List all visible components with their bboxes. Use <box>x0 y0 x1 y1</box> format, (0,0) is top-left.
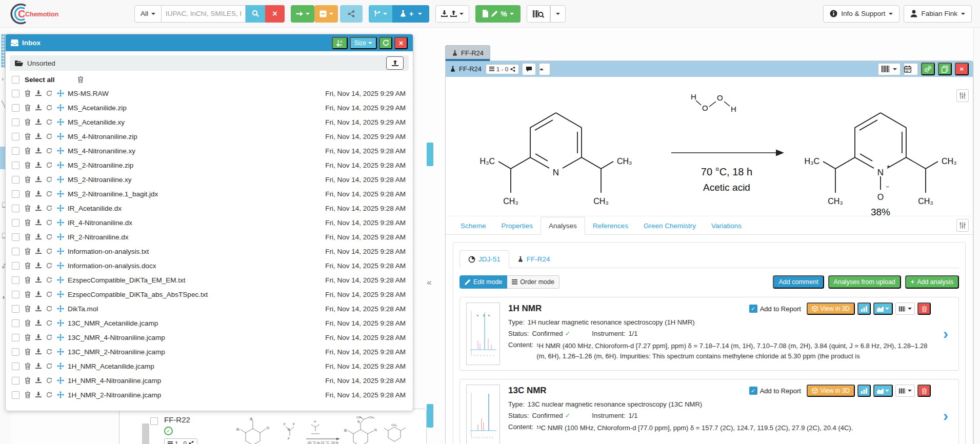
chemotion-logo[interactable]: C Chemotion <box>8 2 134 26</box>
unsorted-folder-row[interactable]: Unsorted <box>10 55 409 71</box>
delete-analysis-button[interactable] <box>917 385 931 397</box>
trash-icon[interactable] <box>25 348 31 355</box>
tab-properties[interactable]: Properties <box>494 217 541 234</box>
trash-icon[interactable] <box>25 90 31 97</box>
file-name[interactable]: MS_Acetanilide.xy <box>68 118 325 126</box>
file-checkbox[interactable] <box>12 118 19 126</box>
trash-icon[interactable] <box>25 248 31 255</box>
trash-icon[interactable] <box>25 118 31 126</box>
folder-upload-button[interactable] <box>386 56 404 70</box>
delete-selected-icon[interactable] <box>77 76 84 83</box>
file-name[interactable]: IR_4-Nitronaniline.dx <box>68 219 325 227</box>
scan-tasks-dropdown-button[interactable] <box>369 5 392 23</box>
download-icon[interactable] <box>35 263 42 269</box>
file-checkbox[interactable] <box>12 276 19 284</box>
move-icon[interactable] <box>57 104 64 111</box>
download-icon[interactable] <box>35 291 42 297</box>
download-icon[interactable] <box>35 277 42 283</box>
add-analysis-button[interactable]: +Add analysis <box>905 275 959 289</box>
file-name[interactable]: DikTa.mol <box>68 305 325 313</box>
move-icon[interactable] <box>57 205 64 212</box>
file-checkbox[interactable] <box>12 248 19 255</box>
convert-icon[interactable] <box>46 105 52 111</box>
file-name[interactable]: 13C_NMR_2-Nitroaniline.jcamp <box>68 348 325 356</box>
trash-icon[interactable] <box>25 190 31 197</box>
comment-button[interactable] <box>522 63 536 75</box>
analysis-card-13c-nmr[interactable]: 13C NMR ✓ Add to Report View in 3D <box>459 379 959 444</box>
list-drag-handle[interactable] <box>142 423 149 444</box>
file-checkbox[interactable] <box>12 104 19 112</box>
convert-icon[interactable] <box>46 162 52 168</box>
file-checkbox[interactable] <box>12 334 19 341</box>
spectra-viewer-dropdown[interactable] <box>873 385 893 397</box>
file-name[interactable]: IR_Acetanilide.dx <box>68 205 325 212</box>
barcode-scan-button[interactable] <box>527 5 550 23</box>
detail-tab-ffr24[interactable]: FF-R24 <box>445 45 490 60</box>
inbox-size-dropdown[interactable]: Size <box>350 37 377 49</box>
file-name[interactable]: MS_4-Nitronaniline.xy <box>68 147 325 155</box>
trash-icon[interactable] <box>25 305 31 312</box>
share-button[interactable] <box>340 5 363 23</box>
convert-icon[interactable] <box>46 148 52 154</box>
search-scope-dropdown[interactable]: All <box>134 5 162 23</box>
export-dropdown-button[interactable] <box>291 5 314 23</box>
convert-icon[interactable] <box>46 363 52 369</box>
convert-icon[interactable] <box>46 234 52 240</box>
trash-icon[interactable] <box>25 319 31 327</box>
spectra-chart-button[interactable] <box>857 302 871 315</box>
file-name[interactable]: MS_4-Nitronaniline.zip <box>68 133 325 140</box>
convert-icon[interactable] <box>46 191 52 197</box>
download-icon[interactable] <box>35 162 42 168</box>
report-dropdown-button[interactable]: % <box>475 5 521 23</box>
add-comment-button[interactable]: Add comment <box>773 275 824 289</box>
remove-dropdown-button[interactable] <box>314 5 338 23</box>
convert-icon[interactable] <box>46 263 52 269</box>
download-icon[interactable] <box>35 248 42 254</box>
expand-analysis-chevron[interactable]: › <box>939 326 952 341</box>
file-checkbox[interactable] <box>12 190 19 198</box>
select-all-checkbox[interactable] <box>12 76 19 84</box>
move-icon[interactable] <box>57 377 64 384</box>
move-icon[interactable] <box>57 262 64 269</box>
trash-icon[interactable] <box>25 377 31 384</box>
trash-icon[interactable] <box>25 362 31 370</box>
file-checkbox[interactable] <box>12 176 19 184</box>
move-icon[interactable] <box>57 276 64 284</box>
download-icon[interactable] <box>35 133 42 139</box>
sidebar-expand-icon[interactable]: › <box>2 75 4 83</box>
trash-icon[interactable] <box>25 276 31 284</box>
move-icon[interactable] <box>57 147 64 154</box>
convert-icon[interactable] <box>46 320 52 326</box>
trash-icon[interactable] <box>25 291 31 298</box>
search-clear-button[interactable]: × <box>265 5 285 23</box>
inbox-close-button[interactable]: × <box>394 37 408 49</box>
convert-icon[interactable] <box>46 306 52 312</box>
download-icon[interactable] <box>35 148 42 154</box>
detail-count-pill[interactable]: 1 - 0 <box>486 64 519 74</box>
file-checkbox[interactable] <box>12 133 19 140</box>
reaction-count-pill[interactable]: 1 - 0 <box>164 438 197 444</box>
create-element-dropdown-button[interactable]: + <box>392 5 429 23</box>
file-checkbox[interactable] <box>12 233 19 241</box>
move-icon[interactable] <box>57 176 64 183</box>
file-checkbox[interactable] <box>12 162 19 169</box>
move-icon[interactable] <box>57 348 64 355</box>
tab-references[interactable]: References <box>585 217 636 234</box>
file-name[interactable]: 13C_NMR_4-Nitroaniline.jcamp <box>68 334 325 341</box>
add-to-report-checkbox[interactable]: ✓ <box>749 387 757 395</box>
spectrum-thumbnail[interactable] <box>466 302 500 365</box>
convert-icon[interactable] <box>46 248 52 254</box>
convert-icon[interactable] <box>46 133 52 139</box>
move-icon[interactable] <box>57 118 64 126</box>
convert-icon[interactable] <box>46 377 52 384</box>
tab-scheme[interactable]: Scheme <box>453 217 494 234</box>
analysis-card-1h-nmr[interactable]: 1H NMR ✓ Add to Report View in 3D <box>459 297 959 371</box>
duplicate-button[interactable] <box>938 63 952 75</box>
download-icon[interactable] <box>35 119 42 125</box>
trash-icon[interactable] <box>25 262 31 269</box>
move-icon[interactable] <box>57 291 64 298</box>
trash-icon[interactable] <box>25 147 31 154</box>
download-icon[interactable] <box>35 219 42 226</box>
analyses-from-upload-button[interactable]: Analyses from upload <box>828 275 901 289</box>
file-checkbox[interactable] <box>12 362 19 370</box>
